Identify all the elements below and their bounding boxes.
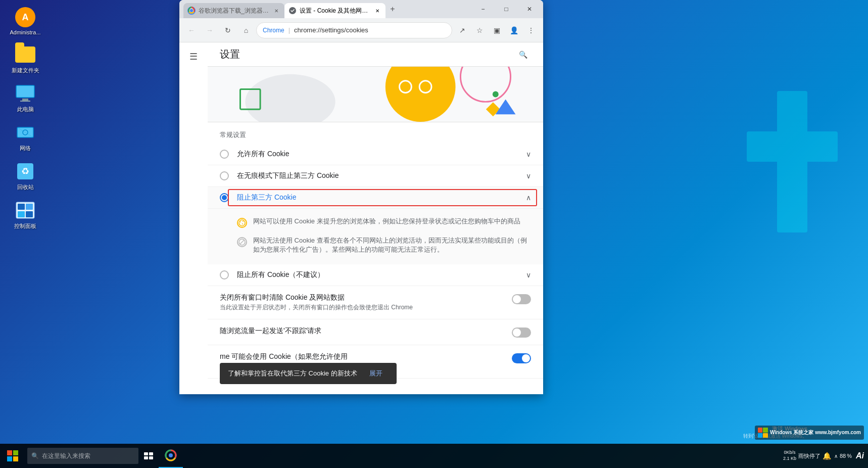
site-promo-text: Windows 系统之家 www.bjmfyom.com bbox=[770, 429, 861, 436]
ai-label[interactable]: Ai bbox=[856, 451, 864, 460]
detail-text-2: 网站无法使用 Cookie 查看您在各个不同网站上的浏览活动，因而无法实现某些功… bbox=[253, 236, 531, 254]
battery-indicator: 88 % bbox=[840, 453, 852, 459]
settings-content: ☰ 设置 🔍 bbox=[179, 42, 543, 394]
svg-rect-40 bbox=[149, 456, 153, 459]
taskbar-right: 0Kb/s 2.1 Kb 雨快停了 🔔 ∧ 88 % Ai bbox=[783, 444, 868, 468]
desktop-icon-recycle[interactable]: ♻ 回收站 bbox=[5, 159, 45, 193]
svg-point-28 bbox=[240, 221, 241, 222]
search-icon: 🔍 bbox=[31, 452, 39, 459]
toggle-do-not-track: 随浏览流量一起发送'不跟踪'请求 bbox=[208, 319, 543, 345]
svg-point-29 bbox=[243, 221, 244, 222]
minimize-button[interactable]: − bbox=[471, 0, 495, 18]
toggle-dnt-content: 随浏览流量一起发送'不跟踪'请求 bbox=[220, 326, 504, 337]
menu-button[interactable]: ⋮ bbox=[523, 22, 539, 38]
option-details-block-third: 网站可以使用 Cookie 来提升您的浏览体验，例如让您保持登录状态或记住您购物… bbox=[208, 209, 543, 264]
taskbar-search[interactable]: 🔍 在这里输入来搜索 bbox=[27, 448, 138, 464]
desktop-icon-this-pc[interactable]: 此电脑 bbox=[5, 81, 45, 115]
option-allow-all-label: 允许所有 Cookie bbox=[237, 150, 526, 159]
admin-label: Administra... bbox=[10, 29, 40, 35]
svg-point-42 bbox=[169, 453, 173, 457]
desktop: A Administra... 新建文件夹 此电脑 bbox=[0, 0, 868, 468]
chrome-tab-1[interactable]: 谷歌浏览器下载_浏览器官网入口... ✕ bbox=[183, 3, 284, 18]
notification-icon[interactable]: 🔔 bbox=[823, 452, 831, 460]
windows-logo-promo bbox=[758, 428, 768, 438]
svg-rect-36 bbox=[13, 456, 18, 461]
sidebar-toggle[interactable]: ▣ bbox=[489, 22, 505, 38]
svg-rect-0 bbox=[16, 85, 34, 98]
svg-point-16 bbox=[190, 9, 193, 12]
new-tab-button[interactable]: + bbox=[385, 2, 400, 16]
recycle-label: 回收站 bbox=[17, 183, 34, 191]
tab-1-close[interactable]: ✕ bbox=[272, 7, 280, 15]
detail-text-1: 网站可以使用 Cookie 来提升您的浏览体验，例如让您保持登录状态或记住您购物… bbox=[253, 217, 520, 226]
option-block-all[interactable]: 阻止所有 Cookie（不建议） ∨ bbox=[208, 264, 543, 286]
profile-button[interactable]: 👤 bbox=[506, 22, 522, 38]
svg-line-32 bbox=[240, 240, 245, 245]
option-block-third[interactable]: 阻止第三方 Cookie ∧ bbox=[208, 187, 543, 209]
taskbar-chrome-icon[interactable] bbox=[159, 444, 183, 468]
refresh-button[interactable]: ↻ bbox=[220, 22, 236, 38]
settings-search-button[interactable]: 🔍 bbox=[515, 46, 531, 63]
toggle-clear-on-close-content: 关闭所有窗口时清除 Cookie 及网站数据 当此设置处于开启状态时，关闭所有窗… bbox=[220, 293, 504, 312]
home-button[interactable]: ⌂ bbox=[238, 22, 254, 38]
sidebar-menu-button[interactable]: ☰ bbox=[183, 46, 204, 67]
chrome-tab-2[interactable]: 设置 - Cookie 及其他网站数据 ✕ bbox=[284, 3, 385, 18]
desktop-icon-network[interactable]: 网络 bbox=[5, 120, 45, 154]
svg-rect-9 bbox=[18, 204, 25, 210]
settings-page: 常规设置 允许所有 Cookie ∨ 在无痕模式下阻止第三方 Cookie ∨ bbox=[208, 122, 543, 379]
chevron-block-all: ∨ bbox=[526, 271, 531, 279]
desktop-icon-new-folder[interactable]: 新建文件夹 bbox=[5, 42, 45, 76]
taskbar-search-text: 在这里输入来搜索 bbox=[42, 452, 90, 460]
option-block-third-wrapper: 阻止第三方 Cookie ∧ 网站可以使用 Cookie 来提升您 bbox=[208, 187, 543, 264]
detail-icon-cookie bbox=[237, 218, 247, 228]
radio-block-all bbox=[220, 270, 229, 279]
window-controls: − □ ✕ bbox=[469, 0, 543, 18]
task-view-button[interactable] bbox=[138, 444, 159, 468]
site-promo: Windows 系统之家 www.bjmfyom.com bbox=[755, 426, 864, 440]
tab-2-title: 设置 - Cookie 及其他网站数据 bbox=[300, 7, 370, 15]
tab-2-close[interactable]: ✕ bbox=[373, 7, 381, 15]
snackbar-action[interactable]: 展开 bbox=[369, 369, 382, 378]
option-allow-all[interactable]: 允许所有 Cookie ∨ bbox=[208, 144, 543, 165]
option-block-all-label: 阻止所有 Cookie（不建议） bbox=[237, 270, 526, 279]
expand-icon[interactable]: ∧ bbox=[834, 453, 838, 459]
chevron-allow-all: ∨ bbox=[526, 150, 531, 158]
toggle-last-switch[interactable] bbox=[512, 353, 531, 363]
forward-button[interactable]: → bbox=[202, 22, 218, 38]
address-bar: ← → ↻ ⌂ Chrome | chrome://settings/cooki… bbox=[179, 18, 543, 42]
svg-rect-39 bbox=[144, 456, 148, 459]
site-name: Windows 系统之家 www.bjmfyom.com bbox=[770, 429, 861, 436]
svg-rect-14 bbox=[747, 131, 838, 162]
svg-rect-10 bbox=[26, 204, 33, 210]
option-block-incognito[interactable]: 在无痕模式下阻止第三方 Cookie ∨ bbox=[208, 165, 543, 187]
settings-main[interactable]: 设置 🔍 bbox=[208, 42, 543, 394]
svg-rect-37 bbox=[144, 452, 148, 455]
svg-point-18 bbox=[245, 74, 335, 122]
toggle-dnt-switch[interactable] bbox=[512, 327, 531, 338]
chrome-window: 谷歌浏览器下载_浏览器官网入口... ✕ 设置 - Cookie 及其他网站数据… bbox=[179, 0, 543, 394]
url-bar[interactable]: Chrome | chrome://settings/cookies bbox=[256, 22, 452, 38]
close-button[interactable]: ✕ bbox=[518, 0, 541, 18]
folder-icon bbox=[15, 44, 35, 65]
taskbar: 🔍 在这里输入来搜索 0Kb bbox=[0, 444, 868, 468]
maximize-button[interactable]: □ bbox=[495, 0, 518, 18]
svg-point-24 bbox=[493, 91, 499, 98]
chrome-favicon-2 bbox=[288, 7, 297, 15]
radio-allow-all bbox=[220, 150, 229, 159]
recycle-icon: ♻ bbox=[15, 161, 35, 181]
share-button[interactable]: ↗ bbox=[454, 22, 470, 38]
start-button[interactable] bbox=[0, 444, 25, 468]
this-pc-label: 此电脑 bbox=[17, 106, 34, 113]
svg-rect-35 bbox=[7, 456, 12, 461]
toggle-clear-switch[interactable] bbox=[512, 294, 531, 304]
chevron-block-incognito: ∨ bbox=[526, 172, 531, 180]
back-button[interactable]: ← bbox=[183, 22, 200, 38]
desktop-icon-admin[interactable]: A Administra... bbox=[5, 5, 45, 37]
svg-point-30 bbox=[242, 223, 243, 224]
system-icons: 🔔 ∧ bbox=[823, 452, 838, 460]
download-speed: 2.1 Kb bbox=[783, 456, 796, 462]
upload-speed: 0Kb/s bbox=[783, 450, 796, 456]
desktop-icon-control[interactable]: 控制面板 bbox=[5, 198, 45, 232]
bookmark-button[interactable]: ☆ bbox=[471, 22, 488, 38]
settings-header: 设置 🔍 bbox=[208, 42, 543, 67]
